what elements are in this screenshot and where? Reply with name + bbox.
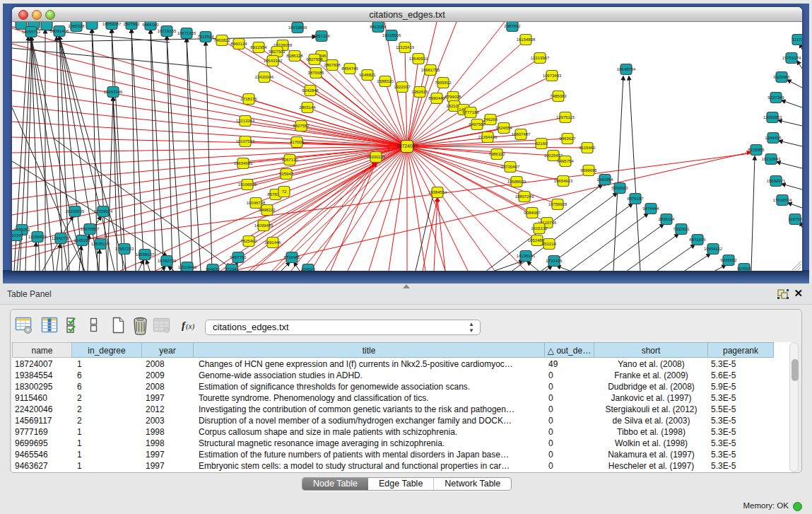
svg-text:9474444: 9474444 [642,206,659,211]
svg-text:9495754: 9495754 [557,159,574,163]
svg-text:924565: 924565 [737,267,752,271]
svg-text:20091406: 20091406 [50,29,69,33]
svg-text:9329966: 9329966 [773,75,790,79]
svg-text:13640910: 13640910 [409,57,428,61]
svg-text:3498222: 3498222 [259,208,276,212]
svg-text:17016504: 17016504 [773,198,792,202]
svg-text:10973493: 10973493 [543,74,562,78]
svg-text:3624554: 3624554 [495,126,512,130]
svg-text:10958107: 10958107 [136,252,155,257]
svg-text:18724007: 18724007 [396,144,418,148]
svg-text:12975115: 12975115 [556,115,575,119]
svg-text:10654112: 10654112 [704,247,723,251]
svg-text:19384554: 19384554 [428,190,447,194]
svg-text:9245652: 9245652 [720,258,737,262]
svg-text:10543342: 10543342 [264,59,283,63]
svg-text:18807249: 18807249 [515,194,534,199]
svg-text:2935114: 2935114 [659,217,676,221]
svg-text:12323446: 12323446 [178,265,197,269]
svg-text:7955812: 7955812 [435,81,452,85]
svg-text:12505135: 12505135 [91,242,110,246]
svg-text:10107553: 10107553 [236,139,255,144]
svg-text:9457791: 9457791 [230,255,247,259]
svg-text:15751074: 15751074 [782,56,801,60]
svg-text:6497568: 6497568 [469,122,486,127]
svg-text:535947: 535947 [279,172,294,176]
svg-text:7032621: 7032621 [673,227,690,231]
svg-text:8427552: 8427552 [293,124,310,128]
svg-text:16033809: 16033809 [288,25,307,30]
svg-text:20053346: 20053346 [104,90,123,94]
svg-text:19654985: 19654985 [234,161,253,165]
svg-text:12942737: 12942737 [52,236,71,240]
svg-text:1588520: 1588520 [377,79,394,83]
svg-text:17359924: 17359924 [94,209,113,214]
svg-text:252214: 252214 [542,242,557,246]
svg-text:19218506: 19218506 [382,33,401,37]
svg-text:9827508: 9827508 [306,57,323,62]
svg-text:1244415: 1244415 [765,136,782,140]
svg-text:8454749: 8454749 [341,66,358,71]
svg-text:8990448: 8990448 [428,96,445,100]
svg-text:11173: 11173 [792,37,802,42]
svg-text:2087662: 2087662 [504,24,521,28]
svg-text:8471676: 8471676 [689,238,706,242]
svg-text:8660124: 8660124 [230,42,247,46]
svg-text:14099489: 14099489 [254,223,273,228]
svg-text:3875685: 3875685 [307,71,324,75]
svg-text:21364436: 21364436 [478,135,498,139]
svg-text:10688609: 10688609 [507,180,526,184]
svg-text:16210643: 16210643 [762,157,781,161]
svg-text:19654923: 19654923 [554,179,573,183]
svg-text:8215955: 8215955 [748,148,765,152]
svg-text:(x): (x) [186,322,195,331]
svg-text:10671355: 10671355 [177,31,196,35]
svg-text:20206535: 20206535 [66,209,85,214]
svg-text:417006: 417006 [290,140,305,144]
svg-text:7357224: 7357224 [313,34,330,38]
svg-text:104523: 104523 [301,267,316,271]
svg-text:872341: 872341 [225,267,240,271]
svg-text:9115460: 9115460 [579,146,596,150]
svg-text:7515524: 7515524 [197,35,214,39]
svg-text:2803144: 2803144 [299,105,316,110]
svg-text:11156829: 11156829 [28,235,47,239]
svg-text:391547: 391547 [12,233,24,238]
svg-text:116753: 116753 [788,217,802,221]
svg-text:1065328: 1065328 [68,24,85,28]
svg-text:1615132: 1615132 [531,226,548,230]
svg-text:3267130: 3267130 [281,158,298,162]
svg-text:1640954: 1640954 [596,177,613,182]
svg-text:8186328: 8186328 [286,54,303,58]
svg-text:16961755: 16961755 [421,68,440,72]
svg-text:1733426: 1733426 [546,259,563,263]
svg-text:5933923: 5933923 [611,186,628,190]
svg-text:8912954: 8912954 [250,45,267,49]
svg-text:1322037: 1322037 [394,85,411,89]
svg-text:12213967: 12213967 [531,56,550,60]
svg-text:10653287: 10653287 [102,22,122,26]
svg-text:6879197: 6879197 [627,197,644,201]
svg-text:7463822: 7463822 [213,38,230,42]
svg-text:964532: 964532 [206,267,220,271]
svg-text:22420046: 22420046 [255,75,274,79]
svg-text:16719155: 16719155 [158,29,177,33]
svg-text:9084067: 9084067 [524,211,541,215]
svg-text:9463627: 9463627 [559,136,576,141]
svg-text:9242848: 9242848 [302,88,319,93]
svg-text:9827503: 9827503 [269,49,286,54]
svg-text:16782759: 16782759 [158,259,177,263]
svg-text:7625402: 7625402 [240,239,257,243]
svg-text:11325419: 11325419 [396,45,415,49]
svg-text:25300235: 25300235 [367,155,386,159]
svg-text:7386322: 7386322 [488,152,505,156]
svg-text:10756928: 10756928 [548,202,567,206]
svg-text:14055712: 14055712 [22,30,41,34]
svg-text:9227349: 9227349 [767,95,784,100]
svg-text:1362615: 1362615 [411,90,428,94]
svg-text:8813054: 8813054 [370,25,387,29]
svg-text:7485063: 7485063 [550,94,567,98]
svg-text:6794028: 6794028 [445,95,461,99]
svg-text:10975857: 10975857 [81,227,100,231]
svg-text:746266: 746266 [483,117,498,122]
